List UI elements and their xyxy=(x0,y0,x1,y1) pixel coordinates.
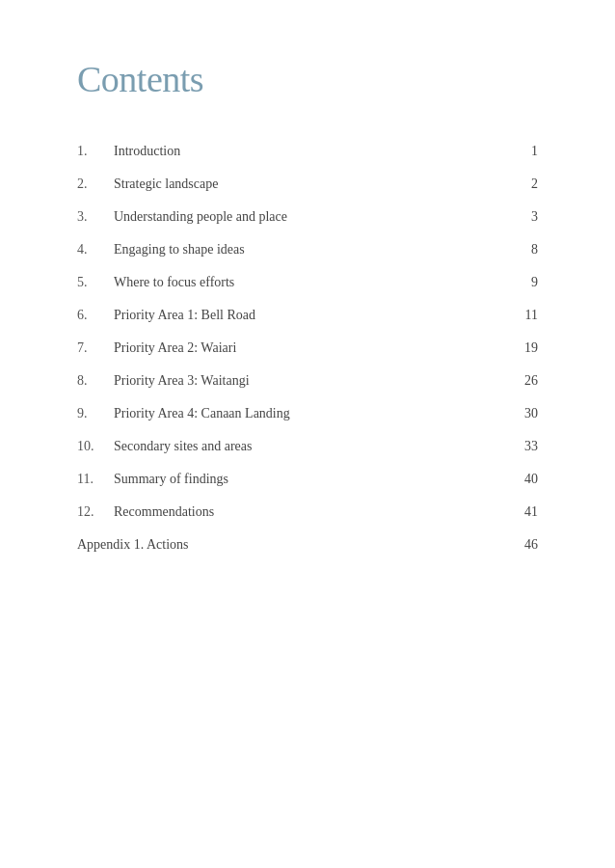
toc-item-number: 8. xyxy=(77,373,114,389)
appendix-page: 46 xyxy=(524,537,538,553)
toc-item-label: Priority Area 4: Canaan Landing xyxy=(114,406,290,421)
toc-item-label: Where to focus efforts xyxy=(114,275,234,290)
toc-item-page: 11 xyxy=(525,308,538,323)
toc-item-page: 26 xyxy=(524,373,538,389)
toc-row: 9.Priority Area 4: Canaan Landing30 xyxy=(77,397,538,430)
toc-item-page: 33 xyxy=(524,439,538,454)
toc-item-label: Understanding people and place xyxy=(114,209,287,225)
toc-row: 6.Priority Area 1: Bell Road11 xyxy=(77,299,538,332)
toc-row: 4.Engaging to shape ideas8 xyxy=(77,233,538,266)
toc-row: 5.Where to focus efforts9 xyxy=(77,266,538,299)
toc-row: 10.Secondary sites and areas33 xyxy=(77,430,538,463)
toc-item-page: 40 xyxy=(524,472,538,487)
toc-appendix-row: Appendix 1. Actions 46 xyxy=(77,529,538,561)
toc-item-label: Priority Area 3: Waitangi xyxy=(114,373,250,389)
toc-item-page: 3 xyxy=(531,209,538,225)
toc-item-page: 2 xyxy=(531,176,538,192)
toc-row: 2.Strategic landscape2 xyxy=(77,168,538,201)
toc-item-number: 2. xyxy=(77,176,114,192)
toc-item-label: Strategic landscape xyxy=(114,176,218,192)
toc-row: 8.Priority Area 3: Waitangi26 xyxy=(77,365,538,397)
page-container: Contents 1.Introduction12.Strategic land… xyxy=(0,0,615,619)
toc-row: 12.Recommendations41 xyxy=(77,496,538,529)
toc-item-page: 9 xyxy=(531,275,538,290)
toc-item-label: Secondary sites and areas xyxy=(114,439,252,454)
toc-item-number: 11. xyxy=(77,472,114,487)
toc-item-page: 1 xyxy=(531,144,538,159)
toc-item-page: 8 xyxy=(531,242,538,258)
toc-item-label: Engaging to shape ideas xyxy=(114,242,245,258)
toc-row: 11.Summary of findings40 xyxy=(77,463,538,496)
toc-item-label: Introduction xyxy=(114,144,180,159)
toc-item-page: 41 xyxy=(524,504,538,520)
toc-item-number: 10. xyxy=(77,439,114,454)
appendix-label: Appendix 1. Actions xyxy=(77,537,189,553)
toc-item-label: Priority Area 2: Waiari xyxy=(114,340,236,356)
toc-item-number: 3. xyxy=(77,209,114,225)
toc-item-number: 12. xyxy=(77,504,114,520)
toc-row: 3.Understanding people and place3 xyxy=(77,201,538,233)
toc-item-number: 6. xyxy=(77,308,114,323)
toc-item-number: 5. xyxy=(77,275,114,290)
toc-item-number: 7. xyxy=(77,340,114,356)
toc-item-number: 4. xyxy=(77,242,114,258)
page-title: Contents xyxy=(77,58,538,100)
toc-item-number: 1. xyxy=(77,144,114,159)
toc-row: 1.Introduction1 xyxy=(77,135,538,168)
toc-item-label: Recommendations xyxy=(114,504,214,520)
toc-item-page: 30 xyxy=(524,406,538,421)
toc-item-number: 9. xyxy=(77,406,114,421)
toc-item-label: Summary of findings xyxy=(114,472,228,487)
toc-row: 7.Priority Area 2: Waiari19 xyxy=(77,332,538,365)
toc-item-page: 19 xyxy=(524,340,538,356)
toc-item-label: Priority Area 1: Bell Road xyxy=(114,308,255,323)
toc-list: 1.Introduction12.Strategic landscape23.U… xyxy=(77,135,538,529)
